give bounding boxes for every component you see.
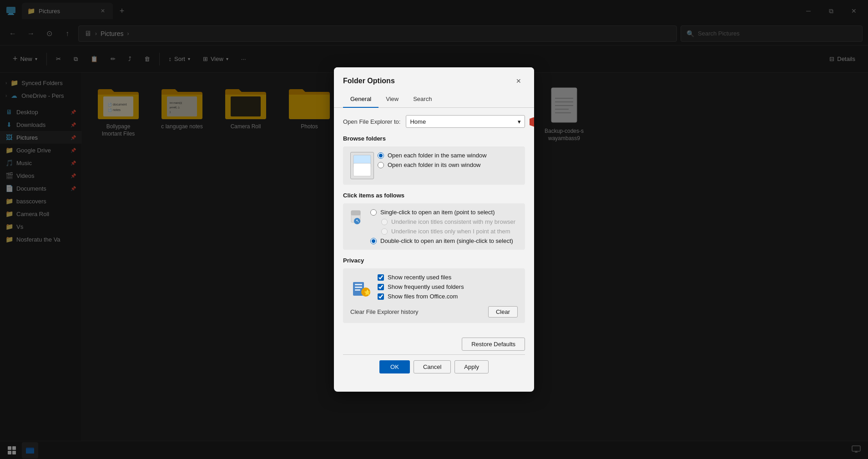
radio-underline-consistent-row: Underline icon titles consistent with my… [381, 218, 518, 225]
privacy-header: Privacy [343, 257, 525, 264]
radio-single-click-label: Single-click to open an item (point to s… [380, 209, 495, 216]
radio-single-click[interactable] [370, 209, 377, 216]
checkbox-office-files[interactable] [378, 293, 384, 300]
radio-underline-point-row: Underline icon titles only when I point … [381, 228, 518, 235]
radio-same-window-row: Open each folder in the same window [378, 152, 487, 159]
checkbox-frequent-folders-label: Show frequently used folders [388, 283, 464, 290]
click-items-header: Click items as follows [343, 192, 525, 199]
svg-rect-29 [355, 284, 362, 285]
ok-button[interactable]: OK [379, 360, 410, 373]
tab-view[interactable]: View [378, 93, 406, 108]
select-chevron-icon: ▾ [518, 118, 521, 125]
checkbox-recent-files-label: Show recently used files [388, 274, 451, 281]
open-explorer-row: Open File Explorer to: Home ▾ [343, 115, 525, 128]
svg-rect-30 [355, 287, 362, 288]
radio-own-window-row: Open each folder in its own window [378, 161, 487, 168]
modal-overlay: Folder Options ✕ General View Search Ope… [0, 0, 868, 459]
radio-underline-point-label: Underline icon titles only when I point … [391, 228, 510, 235]
radio-same-window[interactable] [378, 152, 384, 159]
open-explorer-label: Open File Explorer to: [343, 118, 400, 125]
clear-history-row: Clear File Explorer history Clear [350, 306, 518, 318]
radio-own-window-label: Open each folder in its own window [388, 161, 481, 168]
privacy-row: ⭐ Show recently used files Show frequent… [350, 274, 518, 303]
browse-radio-options: Open each folder in the same window Open… [378, 152, 487, 168]
checkbox-recent-files-row: Show recently used files [378, 274, 518, 281]
privacy-checkboxes: Show recently used files Show frequently… [378, 274, 518, 303]
checkbox-office-files-label: Show files from Office.com [388, 293, 458, 300]
radio-own-window[interactable] [378, 162, 384, 168]
tab-search[interactable]: Search [406, 93, 439, 108]
privacy-icon: ⭐ [350, 277, 372, 299]
radio-double-click-label: Double-click to open an item (single-cli… [380, 237, 513, 244]
checkbox-frequent-folders-row: Show frequently used folders [378, 283, 518, 290]
radio-underline-point [381, 228, 388, 235]
click-items-section: ↖ Single-click to open an item (point to… [343, 203, 525, 250]
svg-text:⭐: ⭐ [364, 289, 371, 296]
clear-button[interactable]: Clear [488, 306, 518, 318]
radio-single-click-row: Single-click to open an item (point to s… [370, 209, 518, 216]
restore-defaults-button[interactable]: Restore Defaults [462, 338, 525, 351]
apply-button[interactable]: Apply [454, 360, 489, 373]
dialog-tabs: General View Search [334, 87, 534, 108]
dialog-title-bar: Folder Options ✕ [334, 67, 534, 87]
radio-underline-consistent [381, 219, 388, 225]
tab-general[interactable]: General [343, 93, 378, 108]
clear-history-label: Clear File Explorer history [350, 308, 419, 315]
browse-folders-section: Open each folder in the same window Open… [343, 146, 525, 185]
svg-rect-23 [353, 163, 371, 176]
click-options: Single-click to open an item (point to s… [370, 209, 518, 244]
cancel-button[interactable]: Cancel [414, 360, 451, 373]
folder-options-dialog: Folder Options ✕ General View Search Ope… [334, 67, 534, 392]
svg-text:↖: ↖ [356, 218, 359, 223]
dialog-title: Folder Options [343, 77, 395, 85]
svg-rect-31 [355, 289, 360, 291]
checkbox-office-files-row: Show files from Office.com [378, 293, 518, 300]
svg-rect-25 [351, 211, 360, 215]
radio-double-click[interactable] [370, 238, 377, 244]
browse-folders-header: Browse folders [343, 135, 525, 142]
radio-double-click-row: Double-click to open an item (single-cli… [370, 237, 518, 244]
radio-same-window-label: Open each folder in the same window [388, 152, 487, 159]
radio-underline-consistent-label: Underline icon titles consistent with my… [391, 218, 515, 225]
dialog-action-buttons: OK Cancel Apply [343, 354, 525, 383]
dialog-body: Open File Explorer to: Home ▾ Browse fol… [334, 115, 534, 338]
privacy-section: ⭐ Show recently used files Show frequent… [343, 268, 525, 323]
checkbox-recent-files[interactable] [378, 274, 384, 281]
dialog-close-button[interactable]: ✕ [512, 75, 525, 87]
open-explorer-select[interactable]: Home ▾ [406, 115, 525, 128]
checkbox-frequent-folders[interactable] [378, 284, 384, 290]
